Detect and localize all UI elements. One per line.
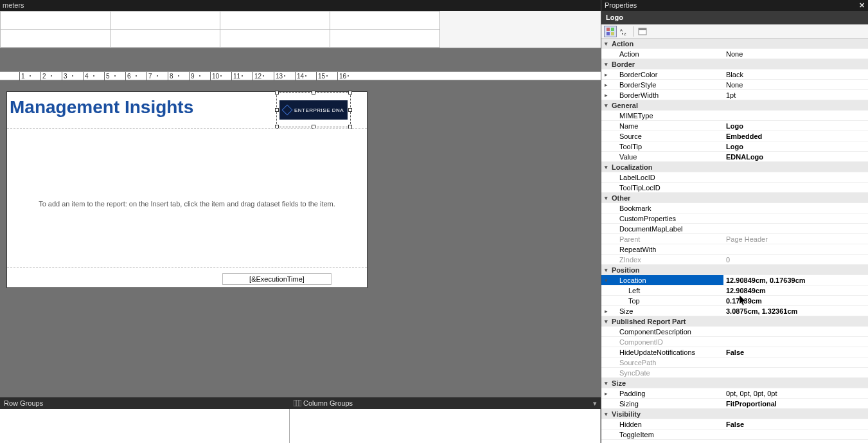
- categorized-button[interactable]: [604, 26, 617, 37]
- design-surface[interactable]: 12345678910111213141516 Management Insig…: [0, 48, 601, 397]
- resize-handle[interactable]: [275, 91, 279, 95]
- property-category[interactable]: ▾Published Report Part: [601, 316, 868, 327]
- expand-toggle[interactable]: ▸: [601, 388, 610, 398]
- property-value[interactable]: [723, 203, 868, 213]
- property-value[interactable]: False: [723, 347, 868, 357]
- expand-toggle[interactable]: ▸: [601, 90, 610, 100]
- property-value[interactable]: [723, 244, 868, 254]
- properties-object-name[interactable]: Logo: [601, 11, 868, 24]
- property-value[interactable]: 0.17639cm: [723, 296, 868, 305]
- groups-panel-menu[interactable]: ▾: [589, 399, 601, 408]
- property-value[interactable]: [723, 337, 868, 347]
- property-row[interactable]: ParentPage Header: [601, 234, 868, 244]
- report-body[interactable]: Management Insights ENTERPRISE DNA To ad…: [6, 91, 368, 288]
- property-row[interactable]: DocumentMapLabel: [601, 224, 868, 234]
- property-row[interactable]: Bookmark: [601, 203, 868, 213]
- property-value[interactable]: [723, 429, 868, 439]
- property-row[interactable]: HiddenFalse: [601, 419, 868, 429]
- property-value[interactable]: None: [723, 49, 868, 59]
- property-category[interactable]: ▾Action: [601, 39, 868, 49]
- parameters-table[interactable]: [0, 11, 440, 48]
- execution-time-textbox[interactable]: [&ExecutionTime]: [222, 273, 332, 285]
- property-row[interactable]: RepeatWith: [601, 244, 868, 255]
- expand-toggle[interactable]: ▾: [601, 100, 610, 110]
- expand-toggle[interactable]: ▾: [601, 59, 610, 69]
- property-value[interactable]: Embedded: [723, 131, 868, 141]
- property-row[interactable]: SyncDate: [601, 368, 868, 378]
- row-groups-header[interactable]: Row Groups: [0, 399, 290, 407]
- property-value[interactable]: EDNALogo: [723, 152, 868, 161]
- property-value[interactable]: [723, 172, 868, 182]
- property-row[interactable]: ActionNone: [601, 49, 868, 59]
- property-value[interactable]: 12.90849cm, 0.17639cm: [723, 275, 868, 285]
- property-row[interactable]: ToggleItem: [601, 429, 868, 440]
- property-row[interactable]: ▸BorderWidth1pt: [601, 90, 868, 100]
- close-icon[interactable]: ✕: [859, 0, 865, 11]
- property-row[interactable]: CustomProperties: [601, 213, 868, 224]
- column-groups-pane[interactable]: [290, 409, 601, 443]
- property-value[interactable]: [723, 111, 868, 120]
- property-value[interactable]: None: [723, 80, 868, 89]
- resize-handle[interactable]: [348, 91, 352, 95]
- property-row[interactable]: Top0.17639cm: [601, 296, 868, 306]
- property-row[interactable]: NameLogo: [601, 121, 868, 131]
- report-title[interactable]: Management Insights: [10, 97, 193, 118]
- expand-toggle[interactable]: ▾: [601, 316, 610, 326]
- property-row[interactable]: SourcePath: [601, 357, 868, 368]
- property-value[interactable]: 12.90849cm: [723, 285, 868, 295]
- expand-toggle[interactable]: ▾: [601, 162, 610, 172]
- column-groups-header[interactable]: Column Groups: [290, 399, 589, 407]
- property-row[interactable]: ComponentID: [601, 337, 868, 347]
- resize-handle[interactable]: [275, 108, 279, 112]
- property-category[interactable]: ▾Localization: [601, 162, 868, 172]
- property-value[interactable]: 0pt, 0pt, 0pt, 0pt: [723, 388, 868, 398]
- expand-toggle[interactable]: ▾: [601, 39, 610, 48]
- expand-toggle[interactable]: ▾: [601, 193, 610, 203]
- property-row[interactable]: ▸Size3.0875cm, 1.32361cm: [601, 306, 868, 316]
- property-row[interactable]: HideUpdateNotificationsFalse: [601, 347, 868, 357]
- property-value[interactable]: Logo: [723, 121, 868, 131]
- property-value[interactable]: 0: [723, 255, 868, 264]
- resize-handle[interactable]: [348, 108, 352, 112]
- property-category[interactable]: ▾Visibility: [601, 409, 868, 419]
- property-row[interactable]: LabelLocID: [601, 172, 868, 183]
- property-row[interactable]: ValueEDNALogo: [601, 152, 868, 162]
- property-category[interactable]: ▾Position: [601, 265, 868, 275]
- property-row[interactable]: ZIndex0: [601, 255, 868, 265]
- expand-toggle[interactable]: ▾: [601, 275, 610, 285]
- property-value[interactable]: [723, 368, 868, 377]
- expand-toggle[interactable]: ▾: [601, 409, 610, 419]
- row-groups-pane[interactable]: [0, 409, 290, 443]
- properties-grid[interactable]: ▾ActionActionNone▾Border▸BorderColorBlac…: [601, 39, 868, 443]
- expand-toggle[interactable]: ▸: [601, 69, 610, 79]
- property-value[interactable]: [723, 357, 868, 367]
- property-value[interactable]: FitProportional: [723, 399, 868, 408]
- property-row[interactable]: SizingFitProportional: [601, 399, 868, 409]
- property-value[interactable]: [723, 224, 868, 233]
- property-value[interactable]: [723, 183, 868, 192]
- property-row[interactable]: Left12.90849cm: [601, 285, 868, 296]
- logo-image[interactable]: ENTERPRISE DNA: [279, 100, 348, 120]
- property-row[interactable]: ComponentDescription: [601, 327, 868, 337]
- resize-handle[interactable]: [312, 91, 315, 95]
- property-value[interactable]: 1pt: [723, 90, 868, 100]
- property-category[interactable]: ▾General: [601, 100, 868, 111]
- expand-toggle[interactable]: ▾: [601, 378, 610, 388]
- property-value[interactable]: Black: [723, 69, 868, 79]
- property-value[interactable]: Page Header: [723, 234, 868, 244]
- logo-selection[interactable]: ENTERPRISE DNA: [276, 92, 351, 127]
- property-row[interactable]: ▾Location12.90849cm, 0.17639cm: [601, 275, 868, 285]
- property-value[interactable]: [723, 327, 868, 336]
- property-category[interactable]: ▾Size: [601, 378, 868, 388]
- property-row[interactable]: ToolTipLocID: [601, 183, 868, 193]
- property-value[interactable]: False: [723, 419, 868, 429]
- property-row[interactable]: SourceEmbedded: [601, 131, 868, 141]
- property-row[interactable]: MIMEType: [601, 111, 868, 121]
- property-value[interactable]: [723, 213, 868, 223]
- property-pages-button[interactable]: [636, 26, 649, 37]
- property-category[interactable]: ▾Border: [601, 59, 868, 69]
- property-row[interactable]: ▸BorderStyleNone: [601, 80, 868, 90]
- property-row[interactable]: ToolTipLogo: [601, 141, 868, 152]
- expand-toggle[interactable]: ▸: [601, 306, 610, 316]
- property-row[interactable]: ▸BorderColorBlack: [601, 69, 868, 80]
